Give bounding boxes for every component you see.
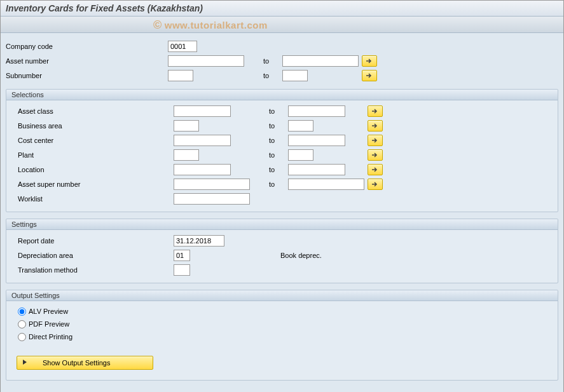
asset-number-to-input[interactable] bbox=[282, 55, 359, 67]
to-label: to bbox=[269, 122, 288, 130]
selection-label: Business area bbox=[11, 122, 174, 130]
subnumber-from-input[interactable] bbox=[168, 70, 193, 81]
output-radio-label: Direct Printing bbox=[29, 333, 72, 341]
selection-from-input[interactable] bbox=[174, 135, 231, 146]
selection-from-input[interactable] bbox=[174, 105, 231, 117]
to-label: to bbox=[269, 166, 288, 173]
selection-label: Asset super number bbox=[11, 180, 174, 188]
output-header: Output Settings bbox=[6, 290, 558, 301]
selection-multi-button[interactable] bbox=[368, 149, 383, 161]
selections-section: Selections Asset classtoBusiness areatoC… bbox=[6, 89, 558, 212]
output-radio[interactable] bbox=[18, 308, 26, 316]
to-label: to bbox=[263, 57, 282, 65]
output-section: Output Settings ALV PreviewPDF PreviewDi… bbox=[6, 290, 558, 381]
title-bar: Inventory Cards for Fixed Assets (Kazakh… bbox=[1, 1, 563, 17]
selection-to-input[interactable] bbox=[288, 105, 345, 117]
arrow-right-icon bbox=[366, 72, 373, 79]
asset-number-multi-button[interactable] bbox=[362, 55, 377, 67]
to-label: to bbox=[263, 72, 282, 79]
watermark: www.tutorialkart.com bbox=[153, 18, 268, 32]
selection-multi-button[interactable] bbox=[368, 179, 383, 190]
selection-from-input[interactable] bbox=[174, 149, 199, 161]
selection-multi-button[interactable] bbox=[368, 135, 383, 146]
selection-to-input[interactable] bbox=[288, 149, 313, 161]
selection-from-input[interactable] bbox=[174, 179, 250, 190]
to-label: to bbox=[269, 180, 288, 188]
selection-multi-button[interactable] bbox=[368, 120, 383, 132]
depr-area-label: Depreciation area bbox=[11, 252, 174, 259]
settings-header: Settings bbox=[6, 219, 558, 230]
arrow-right-icon bbox=[371, 181, 379, 187]
output-radio[interactable] bbox=[18, 333, 26, 341]
arrow-right-icon bbox=[371, 137, 379, 144]
to-label: to bbox=[269, 107, 288, 115]
selection-multi-button[interactable] bbox=[368, 164, 383, 175]
asset-number-label: Asset number bbox=[6, 57, 168, 65]
depr-area-text: Book deprec. bbox=[269, 252, 322, 259]
selection-label: Cost center bbox=[11, 137, 174, 144]
subnumber-to-input[interactable] bbox=[282, 70, 308, 81]
selection-to-input[interactable] bbox=[288, 135, 345, 146]
selection-to-input[interactable] bbox=[288, 179, 364, 190]
arrow-right-icon bbox=[366, 58, 373, 64]
depr-area-input[interactable] bbox=[174, 250, 190, 261]
selection-label: Worklist bbox=[11, 195, 174, 203]
show-output-button[interactable]: Show Output Settings bbox=[17, 356, 153, 370]
selection-label: Asset class bbox=[11, 107, 174, 115]
to-label: to bbox=[269, 137, 288, 144]
report-date-label: Report date bbox=[11, 237, 174, 245]
subnumber-label: Subnumber bbox=[6, 72, 168, 79]
arrow-right-icon bbox=[371, 166, 379, 173]
play-icon bbox=[22, 359, 27, 367]
trans-method-label: Translation method bbox=[11, 266, 174, 274]
trans-method-input[interactable] bbox=[174, 264, 190, 276]
company-code-input[interactable] bbox=[168, 41, 197, 52]
selection-from-input[interactable] bbox=[174, 120, 199, 132]
selection-label: Location bbox=[11, 166, 174, 173]
selection-to-input[interactable] bbox=[288, 164, 345, 175]
arrow-right-icon bbox=[371, 123, 379, 129]
selection-from-input[interactable] bbox=[174, 193, 250, 205]
selection-multi-button[interactable] bbox=[368, 105, 383, 117]
settings-section: Settings Report date Depreciation area B… bbox=[6, 219, 558, 283]
selection-label: Plant bbox=[11, 151, 174, 159]
to-label: to bbox=[269, 151, 288, 159]
selection-to-input[interactable] bbox=[288, 120, 313, 132]
selection-from-input[interactable] bbox=[174, 164, 231, 175]
arrow-right-icon bbox=[371, 108, 379, 114]
report-date-input[interactable] bbox=[174, 235, 224, 247]
output-radio[interactable] bbox=[18, 320, 26, 328]
show-output-label: Show Output Settings bbox=[43, 359, 110, 367]
page-title: Inventory Cards for Fixed Assets (Kazakh… bbox=[6, 3, 558, 13]
asset-number-from-input[interactable] bbox=[168, 55, 244, 67]
selections-header: Selections bbox=[6, 90, 558, 100]
output-radio-label: PDF Preview bbox=[29, 320, 69, 328]
toolbar: www.tutorialkart.com bbox=[1, 17, 563, 33]
arrow-right-icon bbox=[371, 152, 379, 158]
subnumber-multi-button[interactable] bbox=[362, 70, 377, 81]
output-radio-label: ALV Preview bbox=[29, 308, 68, 315]
company-code-label: Company code bbox=[6, 43, 168, 50]
